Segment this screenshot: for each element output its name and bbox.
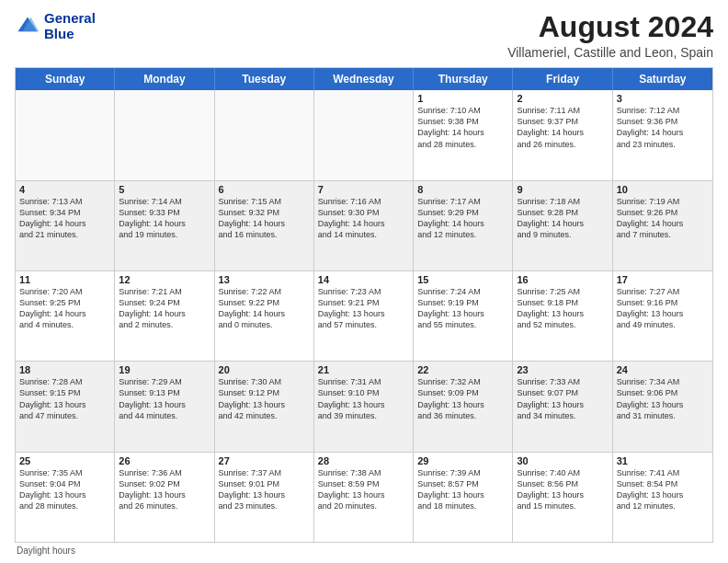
- cell-content: Sunrise: 7:38 AM Sunset: 8:59 PM Dayligh…: [318, 467, 409, 512]
- cal-cell: [115, 90, 214, 179]
- cell-content: Sunrise: 7:36 AM Sunset: 9:02 PM Dayligh…: [119, 467, 210, 512]
- cell-content: Sunrise: 7:17 AM Sunset: 9:29 PM Dayligh…: [417, 196, 508, 241]
- day-number: 23: [517, 364, 608, 375]
- cell-content: Sunrise: 7:31 AM Sunset: 9:10 PM Dayligh…: [318, 376, 409, 421]
- day-number: 25: [19, 455, 110, 466]
- day-number: 5: [119, 184, 210, 195]
- cal-cell: 14Sunrise: 7:23 AM Sunset: 9:21 PM Dayli…: [314, 271, 414, 361]
- day-number: 3: [617, 93, 709, 104]
- cal-cell: 6Sunrise: 7:15 AM Sunset: 9:32 PM Daylig…: [215, 181, 314, 270]
- cal-cell: 4Sunrise: 7:13 AM Sunset: 9:34 PM Daylig…: [16, 181, 115, 270]
- cell-content: Sunrise: 7:39 AM Sunset: 8:57 PM Dayligh…: [417, 467, 508, 512]
- day-number: 31: [617, 455, 709, 466]
- cell-content: Sunrise: 7:13 AM Sunset: 9:34 PM Dayligh…: [19, 196, 110, 241]
- cal-cell: [215, 90, 314, 179]
- cal-cell: 9Sunrise: 7:18 AM Sunset: 9:28 PM Daylig…: [513, 181, 612, 270]
- cal-cell: [16, 90, 115, 179]
- day-number: 2: [517, 93, 608, 104]
- cal-cell: 7Sunrise: 7:16 AM Sunset: 9:30 PM Daylig…: [314, 181, 414, 270]
- logo: General Blue: [15, 11, 96, 41]
- day-number: 30: [517, 455, 608, 466]
- cell-content: Sunrise: 7:15 AM Sunset: 9:32 PM Dayligh…: [219, 196, 310, 241]
- day-number: 29: [417, 455, 508, 466]
- day-number: 4: [19, 184, 110, 195]
- cal-cell: 3Sunrise: 7:12 AM Sunset: 9:36 PM Daylig…: [613, 90, 712, 179]
- calendar-body: 1Sunrise: 7:10 AM Sunset: 9:38 PM Daylig…: [16, 90, 712, 542]
- cell-content: Sunrise: 7:10 AM Sunset: 9:38 PM Dayligh…: [417, 105, 508, 150]
- col-header-sunday: Sunday: [16, 68, 115, 90]
- day-number: 20: [219, 364, 310, 375]
- cell-content: Sunrise: 7:19 AM Sunset: 9:26 PM Dayligh…: [617, 196, 709, 241]
- cell-content: Sunrise: 7:11 AM Sunset: 9:37 PM Dayligh…: [517, 105, 608, 150]
- cal-cell: 23Sunrise: 7:33 AM Sunset: 9:07 PM Dayli…: [513, 362, 612, 451]
- cal-cell: 19Sunrise: 7:29 AM Sunset: 9:13 PM Dayli…: [115, 362, 214, 451]
- calendar-row-3: 18Sunrise: 7:28 AM Sunset: 9:15 PM Dayli…: [16, 362, 712, 452]
- title-block: August 2024 Villameriel, Castille and Le…: [507, 11, 713, 60]
- calendar-row-4: 25Sunrise: 7:35 AM Sunset: 9:04 PM Dayli…: [16, 453, 712, 542]
- day-number: 26: [119, 455, 210, 466]
- cell-content: Sunrise: 7:12 AM Sunset: 9:36 PM Dayligh…: [617, 105, 709, 150]
- main-title: August 2024: [507, 11, 713, 43]
- cal-cell: 5Sunrise: 7:14 AM Sunset: 9:33 PM Daylig…: [115, 181, 214, 270]
- cell-content: Sunrise: 7:29 AM Sunset: 9:13 PM Dayligh…: [119, 376, 210, 421]
- cal-cell: 21Sunrise: 7:31 AM Sunset: 9:10 PM Dayli…: [314, 362, 414, 451]
- col-header-saturday: Saturday: [613, 68, 712, 90]
- cell-content: Sunrise: 7:24 AM Sunset: 9:19 PM Dayligh…: [417, 286, 508, 331]
- day-number: 17: [617, 274, 709, 285]
- cal-cell: [314, 90, 414, 179]
- day-number: 11: [19, 274, 110, 285]
- cell-content: Sunrise: 7:33 AM Sunset: 9:07 PM Dayligh…: [517, 376, 608, 421]
- cal-cell: 12Sunrise: 7:21 AM Sunset: 9:24 PM Dayli…: [115, 271, 214, 361]
- calendar-row-1: 4Sunrise: 7:13 AM Sunset: 9:34 PM Daylig…: [16, 181, 712, 271]
- cell-content: Sunrise: 7:28 AM Sunset: 9:15 PM Dayligh…: [19, 376, 110, 421]
- cell-content: Sunrise: 7:21 AM Sunset: 9:24 PM Dayligh…: [119, 286, 210, 331]
- cal-cell: 18Sunrise: 7:28 AM Sunset: 9:15 PM Dayli…: [16, 362, 115, 451]
- footer-note: Daylight hours: [15, 546, 713, 556]
- cal-cell: 10Sunrise: 7:19 AM Sunset: 9:26 PM Dayli…: [613, 181, 712, 270]
- cal-cell: 29Sunrise: 7:39 AM Sunset: 8:57 PM Dayli…: [414, 453, 513, 542]
- cal-cell: 17Sunrise: 7:27 AM Sunset: 9:16 PM Dayli…: [613, 271, 712, 361]
- subtitle: Villameriel, Castille and Leon, Spain: [507, 45, 713, 60]
- col-header-thursday: Thursday: [414, 68, 513, 90]
- day-number: 22: [417, 364, 508, 375]
- day-number: 13: [219, 274, 310, 285]
- day-number: 1: [417, 93, 508, 104]
- cell-content: Sunrise: 7:41 AM Sunset: 8:54 PM Dayligh…: [617, 467, 709, 512]
- cal-cell: 11Sunrise: 7:20 AM Sunset: 9:25 PM Dayli…: [16, 271, 115, 361]
- calendar: SundayMondayTuesdayWednesdayThursdayFrid…: [15, 67, 713, 543]
- calendar-row-2: 11Sunrise: 7:20 AM Sunset: 9:25 PM Dayli…: [16, 271, 712, 362]
- cell-content: Sunrise: 7:14 AM Sunset: 9:33 PM Dayligh…: [119, 196, 210, 241]
- cal-cell: 13Sunrise: 7:22 AM Sunset: 9:22 PM Dayli…: [215, 271, 314, 361]
- calendar-row-0: 1Sunrise: 7:10 AM Sunset: 9:38 PM Daylig…: [16, 90, 712, 180]
- col-header-tuesday: Tuesday: [215, 68, 314, 90]
- col-header-friday: Friday: [513, 68, 612, 90]
- header: General Blue August 2024 Villameriel, Ca…: [15, 11, 713, 60]
- cal-cell: 31Sunrise: 7:41 AM Sunset: 8:54 PM Dayli…: [613, 453, 712, 542]
- cal-cell: 28Sunrise: 7:38 AM Sunset: 8:59 PM Dayli…: [314, 453, 414, 542]
- cal-cell: 22Sunrise: 7:32 AM Sunset: 9:09 PM Dayli…: [414, 362, 513, 451]
- cal-cell: 16Sunrise: 7:25 AM Sunset: 9:18 PM Dayli…: [513, 271, 612, 361]
- cell-content: Sunrise: 7:22 AM Sunset: 9:22 PM Dayligh…: [219, 286, 310, 331]
- column-headers: SundayMondayTuesdayWednesdayThursdayFrid…: [16, 68, 712, 90]
- day-number: 21: [318, 364, 409, 375]
- cal-cell: 25Sunrise: 7:35 AM Sunset: 9:04 PM Dayli…: [16, 453, 115, 542]
- cell-content: Sunrise: 7:16 AM Sunset: 9:30 PM Dayligh…: [318, 196, 409, 241]
- cell-content: Sunrise: 7:37 AM Sunset: 9:01 PM Dayligh…: [219, 467, 310, 512]
- day-number: 14: [318, 274, 409, 285]
- day-number: 28: [318, 455, 409, 466]
- day-number: 12: [119, 274, 210, 285]
- logo-icon: [15, 14, 40, 40]
- day-number: 24: [617, 364, 709, 375]
- cal-cell: 24Sunrise: 7:34 AM Sunset: 9:06 PM Dayli…: [613, 362, 712, 451]
- cal-cell: 30Sunrise: 7:40 AM Sunset: 8:56 PM Dayli…: [513, 453, 612, 542]
- cal-cell: 26Sunrise: 7:36 AM Sunset: 9:02 PM Dayli…: [115, 453, 214, 542]
- cell-content: Sunrise: 7:23 AM Sunset: 9:21 PM Dayligh…: [318, 286, 409, 331]
- cal-cell: 27Sunrise: 7:37 AM Sunset: 9:01 PM Dayli…: [215, 453, 314, 542]
- col-header-wednesday: Wednesday: [314, 68, 414, 90]
- cell-content: Sunrise: 7:34 AM Sunset: 9:06 PM Dayligh…: [617, 376, 709, 421]
- cell-content: Sunrise: 7:20 AM Sunset: 9:25 PM Dayligh…: [19, 286, 110, 331]
- day-number: 15: [417, 274, 508, 285]
- day-number: 19: [119, 364, 210, 375]
- cal-cell: 2Sunrise: 7:11 AM Sunset: 9:37 PM Daylig…: [513, 90, 612, 179]
- day-number: 27: [219, 455, 310, 466]
